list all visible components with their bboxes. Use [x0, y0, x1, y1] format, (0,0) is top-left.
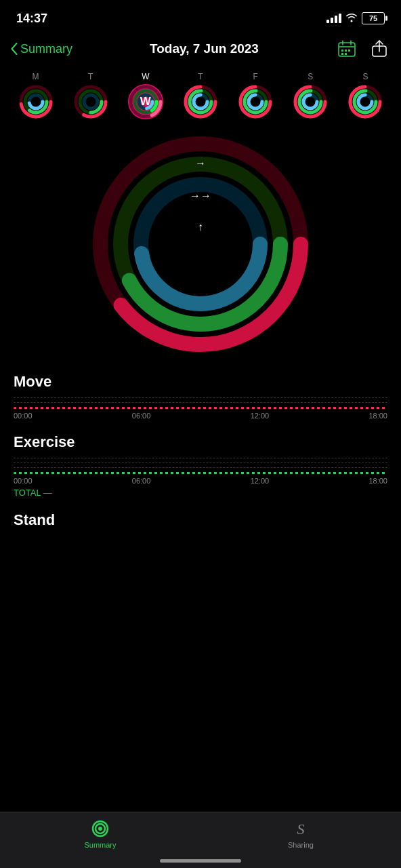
- stand-title: Stand: [14, 511, 387, 529]
- exercise-title: Exercise: [14, 433, 387, 451]
- svg-point-21: [84, 95, 98, 108]
- big-ring-svg: → →→ ↑: [92, 136, 309, 353]
- exercise-timeline-dots: [14, 472, 387, 474]
- move-chart-line-2: [14, 402, 387, 403]
- svg-rect-4: [348, 50, 350, 52]
- share-button[interactable]: [368, 38, 390, 60]
- day-monday[interactable]: M: [18, 72, 54, 119]
- exercise-chart-line-2: [14, 462, 387, 463]
- nav-title: Today, 7 Jun 2023: [150, 41, 259, 56]
- summary-tab-icon: [91, 819, 110, 838]
- scrollable-content: Move 00:00 06:00 12:00 18:00 Exercise 00…: [0, 373, 401, 617]
- day-tuesday[interactable]: T: [73, 72, 108, 119]
- tab-sharing[interactable]: S Sharing: [200, 819, 401, 849]
- ring-tuesday: [73, 84, 108, 119]
- ring-saturday: [293, 84, 328, 119]
- move-title: Move: [14, 373, 387, 391]
- exercise-total: TOTAL —: [14, 488, 387, 498]
- tab-summary[interactable]: Summary: [0, 819, 200, 849]
- activity-ring-large: → →→ ↑: [0, 122, 401, 373]
- svg-text:S: S: [297, 821, 305, 837]
- day-saturday[interactable]: S: [293, 72, 328, 119]
- svg-rect-2: [341, 50, 343, 52]
- nav-actions: [336, 38, 390, 60]
- ring-friday: [238, 84, 273, 119]
- svg-rect-5: [341, 53, 343, 55]
- ring-monday: [18, 84, 54, 119]
- move-timeline-dots: [14, 407, 387, 409]
- sharing-tab-label: Sharing: [288, 841, 314, 849]
- stand-section: Stand: [0, 511, 401, 529]
- svg-rect-3: [345, 50, 347, 52]
- move-section: Move: [0, 373, 401, 391]
- status-bar: 14:37 75: [0, 0, 401, 33]
- day-friday[interactable]: F: [238, 72, 273, 119]
- svg-text:→→: →→: [190, 190, 211, 201]
- day-sunday[interactable]: S: [347, 72, 383, 119]
- battery-icon: 75: [362, 12, 385, 24]
- svg-rect-6: [345, 53, 347, 55]
- back-button[interactable]: Summary: [11, 42, 72, 56]
- calendar-button[interactable]: [336, 38, 358, 60]
- exercise-chart-line-3: [14, 467, 387, 468]
- move-chart-line-1: [14, 397, 387, 398]
- svg-point-63: [98, 827, 102, 831]
- move-time-labels: 00:00 06:00 12:00 18:00: [14, 412, 387, 420]
- status-icons: 75: [326, 12, 385, 24]
- move-chart: 00:00 06:00 12:00 18:00: [0, 397, 401, 420]
- exercise-time-labels: 00:00 06:00 12:00 18:00: [14, 477, 387, 485]
- home-indicator: [160, 859, 241, 863]
- exercise-section: Exercise: [0, 433, 401, 451]
- status-time: 14:37: [16, 12, 47, 26]
- ring-sunday: [347, 84, 383, 119]
- day-thursday[interactable]: T: [183, 72, 218, 119]
- nav-bar: Summary Today, 7 Jun 2023: [0, 33, 401, 68]
- exercise-chart-line-1: [14, 458, 387, 458]
- wifi-icon: [345, 13, 358, 24]
- ring-thursday: [183, 84, 218, 119]
- sharing-tab-icon: S: [291, 819, 310, 838]
- svg-text:→: →: [195, 157, 206, 169]
- signal-icon: [326, 14, 341, 23]
- week-row: M T W: [0, 68, 401, 122]
- summary-tab-label: Summary: [84, 841, 116, 849]
- svg-text:↑: ↑: [198, 221, 203, 233]
- day-wednesday-today[interactable]: W W: [128, 72, 163, 119]
- today-letter: W: [140, 95, 151, 108]
- exercise-chart: 00:00 06:00 12:00 18:00 TOTAL —: [0, 458, 401, 498]
